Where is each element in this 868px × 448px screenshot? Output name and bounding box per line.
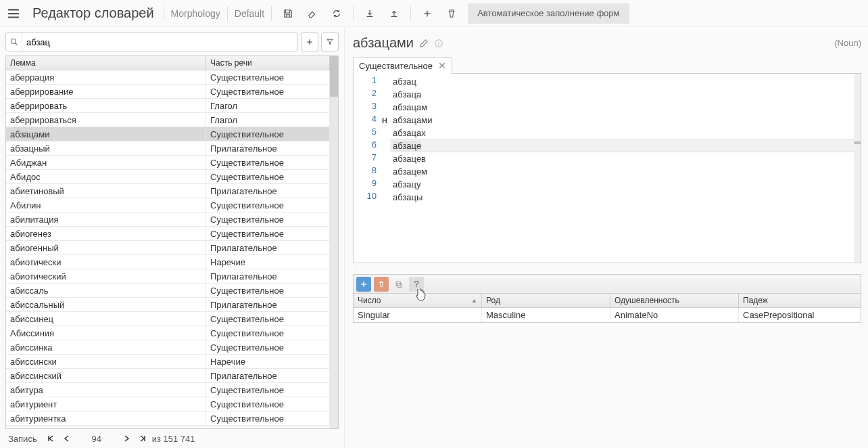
- filter-button[interactable]: [321, 32, 339, 51]
- form-line[interactable]: абзацу: [390, 178, 854, 191]
- autofill-button[interactable]: Автоматическое заполнение форм: [468, 3, 629, 24]
- table-row[interactable]: абитуриенткаСуществительное: [6, 411, 330, 426]
- form-line[interactable]: абзацем: [390, 165, 854, 178]
- table-row[interactable]: аберрироватьГлагол: [6, 99, 330, 113]
- pager-prev[interactable]: [60, 432, 74, 445]
- table-row[interactable]: аберрироватьсяГлагол: [6, 113, 330, 127]
- col-animacy[interactable]: Одушевленность: [610, 294, 739, 307]
- tabs: Существительное ✕: [353, 56, 861, 74]
- col-gender[interactable]: Род: [482, 294, 610, 307]
- prev-icon: [64, 435, 70, 442]
- content-title: абзацами: [353, 35, 414, 51]
- save-button[interactable]: [276, 0, 300, 27]
- val-gender: Masculine: [482, 308, 610, 322]
- val-case: CasePrepositional: [739, 308, 861, 322]
- scrollbar-thumb[interactable]: [330, 56, 338, 97]
- table-row[interactable]: АбиссинияСуществительное: [6, 326, 330, 340]
- col-pos[interactable]: Часть речи: [206, 56, 330, 70]
- table-row[interactable]: абитураСуществительное: [6, 383, 330, 397]
- trash-icon: [378, 281, 385, 288]
- table-row[interactable]: абиогенезСуществительное: [6, 227, 330, 241]
- next-icon: [123, 435, 130, 442]
- tag-add-button[interactable]: [356, 277, 371, 292]
- menu-button[interactable]: [0, 0, 27, 27]
- topbar: Редактор словарей Morphology Default Авт…: [0, 0, 868, 27]
- search-add-button[interactable]: [301, 32, 318, 51]
- download-icon: [365, 9, 375, 18]
- left-panel: Лемма Часть речи аберрацияСуществительно…: [0, 27, 345, 448]
- table-row[interactable]: АбилинСуществительное: [6, 198, 330, 212]
- tag-copy-button[interactable]: [391, 277, 406, 292]
- tag-help-button[interactable]: ?: [409, 277, 424, 292]
- form-line[interactable]: абзац: [390, 75, 854, 88]
- table-row[interactable]: абилитацияСуществительное: [6, 212, 330, 227]
- upload-icon: [389, 9, 399, 18]
- plus-icon: [360, 281, 367, 288]
- pager-label: Запись: [8, 434, 37, 444]
- col-lemma[interactable]: Лемма: [6, 56, 206, 70]
- search-input[interactable]: [22, 37, 297, 48]
- search-row: [5, 32, 339, 51]
- form-line[interactable]: абзацы: [390, 191, 854, 204]
- table-row[interactable]: абиссальСуществительное: [6, 284, 330, 298]
- form-line[interactable]: абзацам: [390, 101, 854, 114]
- pager-last[interactable]: [136, 432, 149, 445]
- table-row[interactable]: абитуриентСуществительное: [6, 397, 330, 411]
- pager-first[interactable]: [44, 432, 57, 445]
- attr-row[interactable]: Singular Masculine AnimateNo CasePreposi…: [354, 308, 861, 322]
- pager-total: из 151 741: [152, 434, 195, 444]
- svg-point-0: [11, 39, 16, 44]
- val-animacy: AnimateNo: [610, 308, 739, 322]
- table-row[interactable]: абиссальныйПрилагательное: [6, 298, 330, 312]
- table-row[interactable]: абиссинецСуществительное: [6, 312, 330, 326]
- table-row[interactable]: абиотическиНаречие: [6, 255, 330, 269]
- table-row[interactable]: аберрированиеСуществительное: [6, 85, 330, 99]
- tab-noun[interactable]: Существительное ✕: [353, 57, 452, 74]
- hamburger-icon: [7, 7, 20, 20]
- table-row[interactable]: абзацныйПрилагательное: [6, 141, 330, 156]
- first-icon: [47, 435, 54, 442]
- table-row[interactable]: АбидосСуществительное: [6, 170, 330, 184]
- form-line[interactable]: абзаце: [390, 139, 854, 152]
- download-button[interactable]: [358, 0, 382, 27]
- refresh-button[interactable]: [324, 0, 349, 27]
- erase-button[interactable]: [300, 0, 324, 27]
- search-icon: [6, 33, 22, 51]
- table-row[interactable]: абиогенныйПрилагательное: [6, 241, 330, 255]
- table-row[interactable]: аберрацияСуществительное: [6, 70, 330, 85]
- table-row[interactable]: АбиджанСуществительное: [6, 156, 330, 170]
- splitter[interactable]: ⋮: [353, 266, 861, 271]
- pos-short: (Noun): [834, 38, 861, 48]
- form-line[interactable]: абзацах: [390, 127, 854, 139]
- form-line[interactable]: абзацами: [390, 114, 854, 127]
- table-row[interactable]: абиссинкаСуществительное: [6, 340, 330, 355]
- filter-icon: [327, 39, 333, 45]
- editor-scrollbar[interactable]: [854, 74, 861, 263]
- pager-current: 94: [76, 434, 117, 444]
- col-number[interactable]: Число: [354, 294, 482, 307]
- table-row[interactable]: абиссинскиНаречие: [6, 355, 330, 369]
- col-case[interactable]: Падеж: [739, 294, 861, 307]
- svg-rect-3: [398, 283, 402, 287]
- table-row[interactable]: абиетиновыйПрилагательное: [6, 184, 330, 198]
- delete-button[interactable]: [439, 0, 464, 27]
- copy-icon: [395, 280, 403, 288]
- add-button[interactable]: [415, 0, 439, 27]
- eraser-icon: [308, 9, 317, 18]
- grid-scrollbar[interactable]: [330, 56, 338, 428]
- edit-title-button[interactable]: [419, 39, 429, 48]
- content-header: абзацами (Noun): [353, 35, 861, 51]
- table-row[interactable]: абиотическийПрилагательное: [6, 269, 330, 284]
- tag-delete-button[interactable]: [374, 277, 389, 292]
- tab-close-icon[interactable]: ✕: [438, 60, 446, 71]
- info-button[interactable]: [434, 39, 443, 48]
- upload-button[interactable]: [382, 0, 406, 27]
- form-line[interactable]: абзаца: [390, 88, 854, 101]
- breadcrumb-default[interactable]: Default: [232, 8, 267, 19]
- form-line[interactable]: абзацев: [390, 152, 854, 165]
- breadcrumb-morphology[interactable]: Morphology: [168, 8, 223, 19]
- table-row[interactable]: абзацамиСуществительное: [6, 127, 330, 141]
- pager-next[interactable]: [120, 432, 133, 445]
- table-row[interactable]: абиссинскийПрилагательное: [6, 369, 330, 383]
- grid-header: Лемма Часть речи: [6, 56, 330, 70]
